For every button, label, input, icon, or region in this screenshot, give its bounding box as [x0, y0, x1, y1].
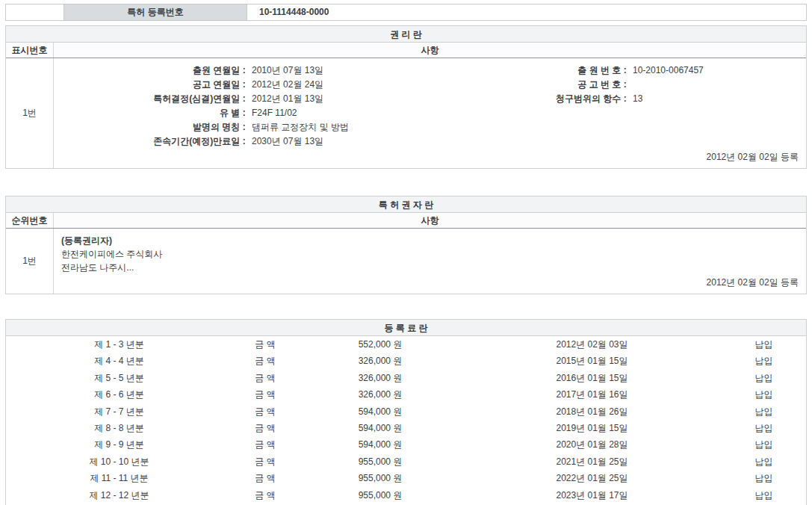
fee-date: 2016년 01월 15일	[462, 370, 722, 386]
detail-label: 출원 연월일 :	[61, 63, 248, 78]
fee-period: 제 10 - 10 년분	[6, 453, 232, 470]
fee-amount: 594,000 원	[298, 403, 462, 420]
holder-section-title: 특 허 권 자 란	[6, 196, 806, 213]
holder-col2-header: 사항	[54, 213, 806, 228]
fee-table-row: 제 12 - 12 년분 금 액 955,000 원 2023년 01월 17일…	[6, 487, 806, 504]
detail-label: 공 고 번 호 :	[401, 78, 629, 92]
fee-period: 제 4 - 4 년분	[6, 353, 232, 369]
fee-date: 2012년 02월 03일	[462, 336, 722, 353]
fee-amount: 594,000 원	[298, 436, 462, 453]
fee-amount: 326,000 원	[298, 353, 462, 369]
fee-period: 제 11 - 11 년분	[6, 470, 232, 486]
detail-value: 댐퍼류 교정장치 및 방법	[248, 120, 401, 134]
holder-col1-header: 순위번호	[6, 213, 54, 228]
fee-status: 납입	[722, 453, 806, 470]
detail-label: 발명의 명칭 :	[61, 120, 248, 134]
rights-row-number: 1번	[6, 58, 54, 168]
detail-value: 2012년 02월 24일	[248, 78, 401, 92]
fee-status: 납입	[722, 336, 806, 353]
fee-amount: 552,000 원	[298, 336, 462, 353]
rights-content-row: 1번 출원 연월일 : 2010년 07월 13일 공고 연월일 : 2012년…	[6, 58, 806, 168]
registration-number-spacer-cell	[6, 4, 64, 20]
rights-registration-note: 2012년 02월 02일 등록	[61, 149, 800, 165]
fee-date: 2021년 01월 25일	[462, 453, 722, 470]
fee-amount-label: 금 액	[232, 487, 298, 504]
holder-type: (등록권리자)	[61, 234, 800, 247]
fee-amount-label: 금 액	[232, 336, 298, 353]
fee-date: 2018년 01월 26일	[462, 403, 722, 420]
fee-period: 제 6 - 6 년분	[6, 386, 232, 403]
fee-period: 제 1 - 3 년분	[6, 336, 232, 353]
fee-amount: 955,000 원	[298, 470, 462, 486]
holder-content-body: (등록권리자) 한전케이피에스 주식회사 전라남도 나주시... 2012년 0…	[54, 229, 806, 294]
fee-status: 납입	[722, 370, 806, 386]
fee-section: 등 록 료 란 제 1 - 3 년분 금 액 552,000 원 2012년 0…	[5, 319, 807, 505]
rights-left-details: 출원 연월일 : 2010년 07월 13일 공고 연월일 : 2012년 02…	[61, 63, 401, 149]
patent-register-page: 특허 등록번호 10-1114448-0000 권 리 란 표시번호 사항 1번…	[0, 0, 812, 505]
fee-date: 2023년 01월 17일	[462, 487, 722, 504]
registration-number-label: 특허 등록번호	[64, 4, 247, 20]
fee-amount: 955,000 원	[298, 453, 462, 470]
fee-status: 납입	[722, 436, 806, 453]
registration-number-row: 특허 등록번호 10-1114448-0000	[5, 4, 807, 21]
fee-amount-label: 금 액	[232, 420, 298, 436]
detail-label: 청구범위의 항수 :	[401, 92, 629, 106]
fee-period: 제 12 - 12 년분	[6, 487, 232, 504]
holder-content-row: 1번 (등록권리자) 한전케이피에스 주식회사 전라남도 나주시... 2012…	[6, 229, 806, 294]
holder-header-row: 순위번호 사항	[6, 213, 806, 229]
fee-amount-label: 금 액	[232, 403, 298, 420]
fee-status: 납입	[722, 420, 806, 436]
fee-amount-label: 금 액	[232, 386, 298, 403]
holder-name: 한전케이피에스 주식회사	[61, 247, 800, 261]
fee-table-row: 제 11 - 11 년분 금 액 955,000 원 2022년 01월 25일…	[6, 470, 806, 486]
fee-period: 제 5 - 5 년분	[6, 370, 232, 386]
rights-section-title: 권 리 란	[6, 26, 806, 43]
holder-row-number: 1번	[6, 229, 54, 294]
section-gap	[5, 294, 807, 315]
fee-date: 2022년 01월 25일	[462, 470, 722, 486]
rights-content-body: 출원 연월일 : 2010년 07월 13일 공고 연월일 : 2012년 02…	[54, 58, 806, 168]
fee-status: 납입	[722, 403, 806, 420]
fee-status: 납입	[722, 470, 806, 486]
fee-table-row: 제 10 - 10 년분 금 액 955,000 원 2021년 01월 25일…	[6, 453, 806, 470]
fee-status: 납입	[722, 487, 806, 504]
detail-value: 10-2010-0067457	[629, 63, 800, 78]
fee-amount: 326,000 원	[298, 386, 462, 403]
detail-label: 특허결정(심결)연월일 :	[61, 92, 248, 106]
fee-amount-label: 금 액	[232, 470, 298, 486]
detail-value: 2012년 01월 13일	[248, 92, 401, 106]
detail-label: 공고 연월일 :	[61, 78, 248, 92]
fee-amount-label: 금 액	[232, 370, 298, 386]
fee-table-row: 제 9 - 9 년분 금 액 594,000 원 2020년 01월 28일 납…	[6, 436, 806, 453]
detail-label: 존속기간(예정)만료일 :	[61, 134, 248, 149]
rights-col2-header: 사항	[54, 43, 806, 58]
fee-period: 제 8 - 8 년분	[6, 420, 232, 436]
detail-value: 2010년 07월 13일	[248, 63, 401, 78]
fee-table-row: 제 5 - 5 년분 금 액 326,000 원 2016년 01월 15일 납…	[6, 370, 806, 386]
holder-registration-note: 2012년 02월 02일 등록	[61, 274, 800, 291]
fee-amount-label: 금 액	[232, 453, 298, 470]
fee-status: 납입	[722, 386, 806, 403]
fee-table: 제 1 - 3 년분 금 액 552,000 원 2012년 02월 03일 납…	[6, 336, 806, 505]
fee-amount-label: 금 액	[232, 353, 298, 369]
detail-value: 13	[629, 92, 800, 106]
holder-section: 특 허 권 자 란 순위번호 사항 1번 (등록권리자) 한전케이피에스 주식회…	[5, 196, 807, 294]
fee-amount: 594,000 원	[298, 420, 462, 436]
rights-header-row: 표시번호 사항	[6, 43, 806, 58]
fee-table-row: 제 6 - 6 년분 금 액 326,000 원 2017년 01월 16일 납…	[6, 386, 806, 403]
fee-date: 2015년 01월 15일	[462, 353, 722, 369]
rights-section: 권 리 란 표시번호 사항 1번 출원 연월일 : 2010년 07월 13일 …	[5, 25, 807, 169]
fee-period: 제 7 - 7 년분	[6, 403, 232, 420]
fee-amount: 955,000 원	[298, 487, 462, 504]
fee-table-row: 제 1 - 3 년분 금 액 552,000 원 2012년 02월 03일 납…	[6, 336, 806, 353]
detail-value	[629, 78, 800, 92]
rights-right-details: 출 원 번 호 : 10-2010-0067457 공 고 번 호 : 청구범위…	[401, 63, 800, 149]
detail-value: F24F 11/02	[248, 106, 401, 120]
fee-table-row: 제 7 - 7 년분 금 액 594,000 원 2018년 01월 26일 납…	[6, 403, 806, 420]
fee-period: 제 9 - 9 년분	[6, 436, 232, 453]
fee-amount-label: 금 액	[232, 436, 298, 453]
fee-status: 납입	[722, 353, 806, 369]
holder-address: 전라남도 나주시...	[61, 261, 800, 274]
rights-col1-header: 표시번호	[6, 43, 54, 58]
fee-date: 2017년 01월 16일	[462, 386, 722, 403]
